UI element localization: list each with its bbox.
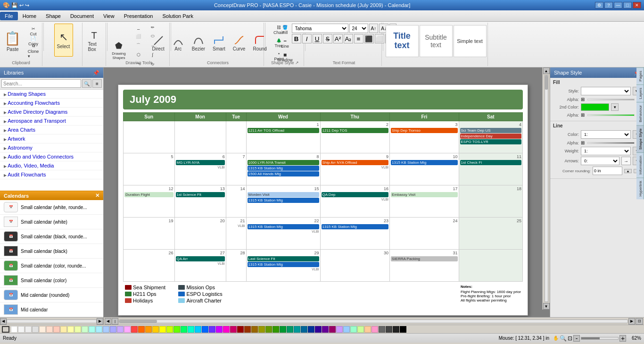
color-cell[interactable] bbox=[251, 326, 258, 333]
cal-item-small-white-rounded[interactable]: 📅 Small calendar (white, rounde... bbox=[0, 200, 103, 215]
canvas-area[interactable]: ▲ ▼ July 2009 Sun bbox=[104, 67, 550, 317]
lib-item-drawing-shapes[interactable]: Drawing Shapes bbox=[0, 90, 103, 99]
color-cell[interactable] bbox=[258, 326, 265, 333]
vscroll-track[interactable] bbox=[545, 75, 548, 302]
scroll-left-btn[interactable]: ◀ bbox=[0, 318, 7, 325]
color-cell[interactable] bbox=[11, 326, 17, 333]
zoom-slider-thumb[interactable] bbox=[581, 337, 600, 339]
lib-item-aerospace[interactable]: Aerospace and Transport bbox=[0, 117, 103, 126]
hscroll-canvas-left[interactable]: ◀ bbox=[105, 318, 111, 325]
color-cell[interactable] bbox=[393, 326, 399, 333]
arc-button[interactable]: Arc bbox=[169, 27, 188, 60]
smart-button[interactable]: Smart bbox=[209, 27, 229, 60]
cal-item-small-black[interactable]: 📅 Small calendar (black) bbox=[0, 244, 103, 259]
color-cell[interactable] bbox=[96, 326, 102, 333]
cal-item-mid-rounded[interactable]: 📅 Mid calendar (rounded) bbox=[0, 288, 103, 302]
clone-button[interactable]: ⧉ Clone ▾ bbox=[25, 46, 41, 56]
color-cell[interactable] bbox=[18, 326, 25, 333]
quick-access-redo[interactable]: ↪ bbox=[25, 2, 29, 8]
color-cell[interactable] bbox=[110, 326, 116, 333]
cal-item-small-black-rounded[interactable]: 📅 Small calendar (black, rounde... bbox=[0, 229, 103, 244]
color-cell[interactable] bbox=[280, 326, 286, 333]
quick-access-save[interactable]: 💾 bbox=[11, 2, 18, 8]
bold-btn[interactable]: B bbox=[292, 34, 301, 43]
cal-item-small-white[interactable]: 📅 Small calendar (white) bbox=[0, 215, 103, 229]
style-select[interactable] bbox=[581, 87, 631, 95]
font-grow-btn[interactable]: A↑ bbox=[369, 24, 379, 33]
cal-item-mid[interactable]: 📅 Mid calendar bbox=[0, 302, 103, 317]
color-cell[interactable] bbox=[350, 326, 357, 333]
corner-value-input[interactable] bbox=[593, 167, 622, 175]
alpha2-slider[interactable] bbox=[587, 114, 635, 116]
title-style-preview[interactable]: Title text bbox=[386, 25, 419, 57]
library-pin-icon[interactable]: 📌 bbox=[93, 70, 99, 76]
color-cell[interactable] bbox=[287, 326, 293, 333]
tab-shape-style[interactable]: Shape Style bbox=[636, 125, 644, 152]
window-minimize-btn[interactable]: — bbox=[614, 2, 622, 8]
color-cell[interactable] bbox=[159, 326, 166, 333]
second-color-dropdown[interactable]: ▾ bbox=[611, 103, 619, 111]
menu-presentation[interactable]: Presentation bbox=[119, 12, 158, 20]
cal-item-small-color-rounded[interactable]: 📅 Small calendar (color, rounde... bbox=[0, 259, 103, 273]
calendars-header[interactable]: Calendars ✕ bbox=[0, 191, 103, 200]
color-cell[interactable] bbox=[216, 326, 223, 333]
color-cell[interactable] bbox=[329, 326, 336, 333]
color-cell[interactable] bbox=[53, 326, 60, 333]
color-cell[interactable] bbox=[372, 326, 378, 333]
font-name-select[interactable]: Tahoma bbox=[292, 24, 348, 33]
color-cell[interactable] bbox=[308, 326, 314, 333]
color-cell[interactable] bbox=[117, 326, 124, 333]
subtitle-style-preview[interactable]: Subtitle text bbox=[420, 25, 453, 57]
curve-button[interactable]: Curve bbox=[230, 27, 249, 60]
lib-item-area-charts[interactable]: Area Charts bbox=[0, 126, 103, 134]
window-help-btn[interactable]: ? bbox=[604, 2, 613, 8]
color-cell[interactable] bbox=[230, 326, 237, 333]
color-cell[interactable] bbox=[379, 326, 385, 333]
menu-document[interactable]: Document bbox=[66, 12, 99, 20]
lib-item-astronomy[interactable]: Astronomy bbox=[0, 143, 103, 152]
hand-tool-icon[interactable]: ✋ bbox=[553, 336, 559, 341]
color-cell[interactable] bbox=[202, 326, 208, 333]
color-cell[interactable] bbox=[315, 326, 322, 333]
calendars-close-icon[interactable]: ✕ bbox=[95, 193, 99, 199]
zoom-plus-btn[interactable]: + bbox=[619, 335, 626, 342]
color-cell[interactable] bbox=[124, 326, 131, 333]
canvas-vscroll[interactable]: ▲ ▼ bbox=[542, 67, 550, 310]
paste-button[interactable]: 📋 Paste bbox=[1, 24, 25, 58]
color-cell[interactable] bbox=[272, 326, 279, 333]
color-cell[interactable] bbox=[25, 326, 32, 333]
line-alpha-slider[interactable] bbox=[587, 142, 635, 144]
cut-button[interactable]: ✂ Cut bbox=[25, 26, 41, 36]
menu-file[interactable]: File bbox=[0, 12, 18, 20]
color-cell[interactable] bbox=[301, 326, 307, 333]
arrows-select[interactable]: 0: bbox=[581, 157, 619, 165]
tab-behaviour[interactable]: Behaviour bbox=[636, 102, 644, 125]
zoom-minus-btn[interactable]: - bbox=[573, 335, 580, 342]
text-mid-btn[interactable]: ⬜ bbox=[375, 34, 384, 43]
color-cell[interactable] bbox=[173, 326, 180, 333]
tab-information[interactable]: Information bbox=[636, 152, 644, 177]
line-tool[interactable]: ⎯ bbox=[132, 24, 145, 31]
color-cell[interactable] bbox=[343, 326, 350, 333]
menu-home[interactable]: Home bbox=[18, 12, 41, 20]
color-cell[interactable] bbox=[60, 326, 67, 333]
color-cell[interactable] bbox=[82, 326, 88, 333]
color-cell[interactable] bbox=[209, 326, 215, 333]
italic-btn[interactable]: I bbox=[302, 34, 312, 43]
color-cell[interactable] bbox=[145, 326, 152, 333]
vscroll-thumb[interactable] bbox=[545, 76, 548, 90]
window-maximize-btn[interactable]: □ bbox=[623, 2, 632, 8]
color-cell[interactable] bbox=[223, 326, 230, 333]
search-input[interactable] bbox=[1, 79, 81, 88]
color-cell[interactable] bbox=[39, 326, 46, 333]
color-cell[interactable] bbox=[336, 326, 343, 333]
color-cell[interactable] bbox=[322, 326, 329, 333]
simple-style-preview[interactable]: Simple text bbox=[454, 25, 487, 57]
text-align-center-btn[interactable]: ≡ bbox=[354, 34, 363, 43]
color-cell[interactable] bbox=[181, 326, 187, 333]
rect-tool[interactable]: ⬜ bbox=[132, 32, 145, 40]
font-size-select[interactable]: 24 bbox=[349, 24, 368, 33]
color-cell[interactable] bbox=[89, 326, 95, 333]
color-cell[interactable] bbox=[400, 326, 406, 333]
hscroll-track[interactable] bbox=[7, 319, 97, 323]
